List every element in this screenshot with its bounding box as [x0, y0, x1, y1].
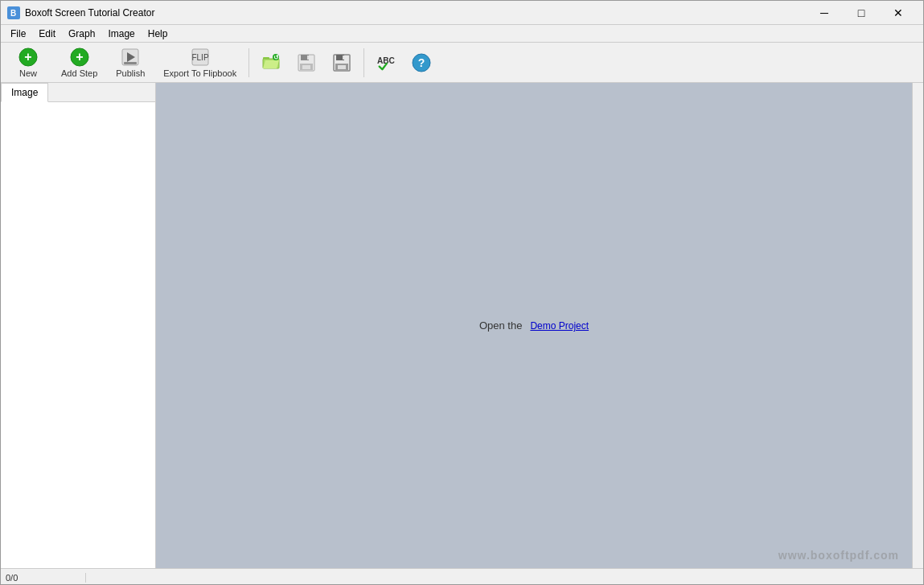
sidebar-tab-image[interactable]: Image: [1, 83, 48, 102]
right-scrollbar[interactable]: [912, 83, 923, 568]
svg-text:+: +: [76, 50, 83, 64]
svg-text:+: +: [24, 50, 31, 64]
open-button[interactable]: ↺: [254, 45, 288, 80]
export-flipbook-label: Export To Flipbook: [163, 68, 236, 78]
svg-text:FLIP: FLIP: [191, 53, 208, 62]
svg-rect-8: [124, 62, 137, 64]
app-icon: B: [7, 6, 20, 19]
main-layout: Image Open the Demo Project www.boxoftpd…: [1, 83, 923, 568]
svg-rect-17: [307, 56, 309, 60]
add-step-button[interactable]: + Add Step: [54, 45, 105, 80]
save-as-button[interactable]: [325, 45, 359, 80]
status-position: 0/0: [6, 573, 86, 583]
title-bar: B Boxoft Screen Tutorial Creator ─ □ ✕: [1, 1, 923, 25]
watermark: www.boxoftpdf.com: [778, 549, 899, 562]
canvas-inner: Open the Demo Project: [156, 83, 912, 568]
add-step-icon: +: [70, 47, 89, 67]
menu-bar: File Edit Graph Image Help: [1, 25, 923, 43]
save-icon: [297, 53, 316, 72]
menu-edit[interactable]: Edit: [32, 27, 62, 41]
close-button[interactable]: ✕: [880, 1, 917, 25]
save-button[interactable]: [290, 45, 323, 80]
svg-text:↺: ↺: [273, 54, 279, 61]
demo-project-link[interactable]: Demo Project: [530, 320, 589, 332]
toolbar-separator-1: [248, 48, 249, 77]
toolbar-separator-2: [363, 48, 364, 77]
title-bar-controls: ─ □ ✕: [806, 1, 917, 25]
add-step-label: Add Step: [61, 68, 97, 78]
publish-label: Publish: [116, 68, 145, 78]
svg-rect-22: [343, 56, 344, 60]
minimize-button[interactable]: ─: [806, 1, 843, 25]
menu-help[interactable]: Help: [142, 27, 175, 41]
new-button[interactable]: + New: [4, 45, 52, 80]
svg-text:?: ?: [418, 56, 425, 69]
sidebar: Image: [1, 83, 156, 568]
save-as-icon: [332, 53, 351, 72]
title-bar-left: B Boxoft Screen Tutorial Creator: [7, 6, 154, 19]
svg-rect-24: [338, 65, 346, 69]
open-demo-container: Open the Demo Project: [479, 319, 589, 332]
menu-image[interactable]: Image: [101, 27, 141, 41]
new-label: New: [19, 68, 37, 78]
spell-check-button[interactable]: ABC: [369, 45, 403, 80]
export-flipbook-button[interactable]: FLIP Export To Flipbook: [156, 45, 244, 80]
canvas-area: Open the Demo Project www.boxoftpdf.com: [156, 83, 912, 568]
sidebar-content: [1, 102, 155, 568]
publish-button[interactable]: Publish: [106, 45, 154, 80]
svg-text:B: B: [10, 9, 16, 18]
export-flipbook-icon: FLIP: [191, 47, 210, 67]
open-icon: ↺: [261, 53, 281, 72]
menu-file[interactable]: File: [4, 27, 32, 41]
toolbar: + New + Add Step Publish: [1, 43, 923, 83]
menu-graph[interactable]: Graph: [62, 27, 101, 41]
help-icon: ?: [412, 53, 431, 72]
maximize-button[interactable]: □: [843, 1, 880, 25]
spell-check-icon: ABC: [376, 53, 396, 72]
svg-rect-19: [302, 65, 310, 69]
sidebar-tabs: Image: [1, 83, 155, 102]
title-text: Boxoft Screen Tutorial Creator: [25, 7, 154, 19]
status-bar: 0/0: [1, 568, 923, 585]
publish-icon: [121, 47, 140, 67]
new-icon: +: [18, 47, 38, 67]
help-button[interactable]: ?: [405, 45, 438, 80]
open-demo-text: Open the: [479, 319, 523, 332]
